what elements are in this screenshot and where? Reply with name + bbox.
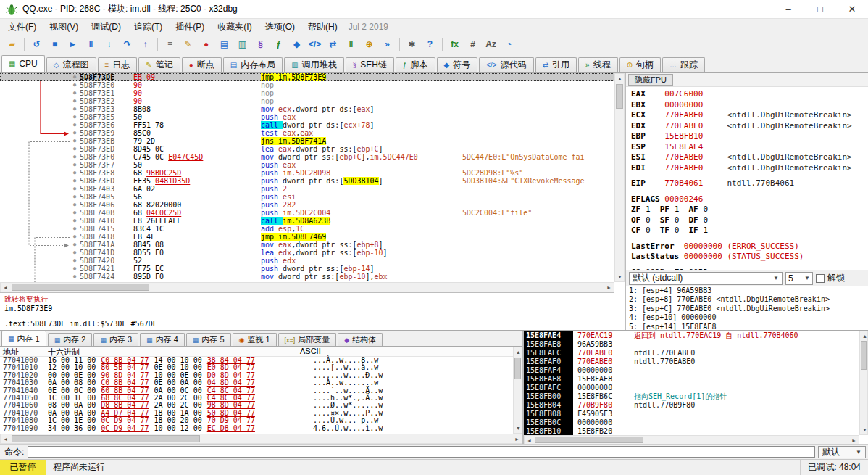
disasm-vertical-scrollbar[interactable]: ▲ ▼	[614, 73, 625, 282]
disasm-row[interactable]: ●5D8F73DEEB 09jmp im.5D8F73E9	[0, 73, 614, 81]
source-icon[interactable]: </>	[306, 36, 323, 52]
menu-item-options[interactable]: 选项(O)	[259, 19, 301, 36]
close-button[interactable]: ✕	[836, 0, 868, 19]
argument-row[interactable]: 3: [esp+C] 770EABE0 <ntdll.DbgUiRemoteBr…	[629, 305, 868, 313]
disassembly-pane[interactable]: ●5D8F73DEEB 09jmp im.5D8F73E9●5D8F73E090…	[0, 73, 625, 331]
menu-item-file[interactable]: 文件(F)	[1, 19, 43, 36]
disasm-row[interactable]: ●5D8F7421FF75 ECpush dword ptr ss:[ebp-1…	[0, 265, 614, 273]
maximize-button[interactable]: □	[804, 0, 836, 19]
tab-seh-chain[interactable]: §SEH链	[346, 57, 394, 72]
dump-row[interactable]: 7704109034 00 36 000C D9 04 7710 00 12 0…	[0, 425, 514, 432]
tab-threads[interactable]: »线程	[578, 57, 618, 72]
register-row[interactable]: ECX 770EABE0 <ntdll.DbgUiRemoteBreakin>	[631, 110, 868, 121]
disasm-row[interactable]: ●5D8F73E090nop	[0, 81, 614, 89]
breakpoint-dot[interactable]: ●	[70, 217, 80, 225]
disasm-row[interactable]: ●5D8F73E985C0test eax,eax	[0, 129, 614, 137]
tab-script[interactable]: ƒ脚本	[396, 57, 435, 72]
scroll-thumb[interactable]	[616, 84, 623, 109]
argument-row[interactable]: 1: [esp+4] 96A59BB3	[629, 286, 868, 295]
command-profile-select[interactable]: 默认 ▼	[818, 446, 866, 458]
breakpoint-dot[interactable]: ●	[70, 193, 80, 201]
disasm-row[interactable]: ●5D8F741D8D55 F0lea edx,dword ptr ss:[eb…	[0, 249, 614, 257]
tab-source[interactable]: </>源代码	[479, 57, 533, 72]
scroll-up-icon[interactable]: ▲	[860, 331, 868, 341]
tab-dump-3[interactable]: ▦内存 3	[93, 333, 138, 346]
tab-handles[interactable]: ⊕句柄	[619, 57, 661, 72]
stack-row[interactable]: 15E8FAE4770EAC19返回到 ntdll.770EAC19 自 ntd…	[524, 331, 859, 340]
tab-locals[interactable]: [x=]局部变量	[278, 333, 337, 346]
dump-horizontal-scrollbar[interactable]: ◄ ►	[0, 434, 522, 444]
stack-row[interactable]: 15E8FAF0770EABE0ntdll.770EABE0	[524, 358, 859, 366]
breakpoint-dot[interactable]: ●	[70, 105, 80, 113]
notes-icon[interactable]: ✎	[180, 36, 196, 52]
tab-dump-4[interactable]: ▦内存 4	[140, 333, 185, 346]
disasm-row[interactable]: ●5D8F74036A 02push 2	[0, 185, 614, 193]
stop-icon[interactable]: ■	[46, 36, 63, 52]
breakpoint-dot[interactable]: ●	[70, 225, 80, 233]
disasm-row[interactable]: ●5D8F742052push edx	[0, 257, 614, 265]
register-row[interactable]: LastError 00000000 (ERROR_SUCCESS)	[631, 241, 868, 252]
disasm-row[interactable]: ●5D8F7410E8 26EEFAFFcall im.5D8A623B	[0, 217, 614, 225]
register-row[interactable]: OF 0 SF 0 DF 0	[631, 215, 868, 226]
register-row[interactable]: EDX 770EABE0 <ntdll.DbgUiRemoteBreakin>	[631, 121, 868, 132]
breakpoint-dot[interactable]: ●	[70, 145, 80, 153]
scroll-thumb[interactable]	[12, 435, 200, 442]
scroll-down-icon[interactable]: ▼	[615, 272, 625, 281]
stack-row[interactable]: 15E8FB0015E8FB6C指向SEH_Record[1]的指针	[524, 392, 859, 401]
stack-row[interactable]: 15E8FAFC00000000	[524, 384, 859, 392]
breakpoints-icon[interactable]: ●	[198, 36, 214, 52]
breakpoint-dot[interactable]: ●	[70, 137, 80, 145]
call-stack-icon[interactable]: ▥	[234, 36, 251, 52]
log-icon[interactable]: ≡	[162, 36, 178, 52]
stack-pane[interactable]: 15E8FAE4770EAC19返回到 ntdll.770EAC19 自 ntd…	[524, 331, 868, 445]
stack-row[interactable]: 15E8FB04770B9F80ntdll.770B9F80	[524, 401, 859, 410]
stack-row[interactable]: 15E8FAE896A59BB3	[524, 340, 859, 349]
menu-item-view[interactable]: 视图(V)	[43, 19, 85, 36]
disasm-row[interactable]: ●5D8F73E550push eax	[0, 113, 614, 121]
breakpoint-dot[interactable]: ●	[70, 97, 80, 105]
run-icon[interactable]: ►	[64, 36, 81, 52]
scroll-left-icon[interactable]: ◄	[1, 434, 10, 444]
register-row[interactable]: EBX 00000000	[631, 100, 868, 111]
seh-chain-icon[interactable]: §	[252, 36, 269, 52]
scroll-left-icon[interactable]: ◄	[1, 283, 10, 292]
disasm-row[interactable]: ●5D8F73FDFF35 0481D35Dpush dword ptr ds:…	[0, 177, 614, 185]
tab-cpu[interactable]: ▦CPU	[1, 55, 45, 72]
step-out-icon[interactable]: ↑	[137, 36, 154, 52]
breakpoint-dot[interactable]: ●	[70, 81, 80, 89]
register-row[interactable]: EBP 15E8FB10	[631, 131, 868, 142]
breakpoint-dot[interactable]: ●	[70, 121, 80, 129]
scroll-thumb[interactable]	[12, 284, 149, 291]
dump-pane[interactable]: ▦内存 1▦内存 2▦内存 3▦内存 4▦内存 5◉监视 1[x=]局部变量◆结…	[0, 331, 524, 445]
disasm-row[interactable]: ●5D8F73F868 98BDC25Dpush im.5DC28D985DC2…	[0, 169, 614, 177]
handles-icon[interactable]: ⊕	[361, 36, 377, 52]
calling-convention-select[interactable]: 默认 (stdcall) ▼	[629, 272, 783, 285]
stack-row[interactable]: 15E8FB08F45905E3	[524, 410, 859, 418]
disasm-horizontal-scrollbar[interactable]: ◄ ►	[0, 282, 614, 292]
disasm-row[interactable]: ●5D8F73F0C745 0C E047C45Dmov dword ptr s…	[0, 153, 614, 161]
scroll-right-icon[interactable]: ►	[604, 283, 614, 292]
disasm-row[interactable]: ●5D8F73E38B08mov ecx,dword ptr ds:[eax]	[0, 105, 614, 113]
register-row[interactable]: EDI 770EABE0 <ntdll.DbgUiRemoteBreakin>	[631, 163, 868, 174]
register-row[interactable]: LastStatus 00000000 (STATUS_SUCCESS)	[631, 252, 868, 263]
tab-watch-1[interactable]: ◉监视 1	[233, 333, 277, 346]
open-file-icon[interactable]: ▰	[4, 36, 20, 52]
trace-toolbar-icon[interactable]: »	[379, 36, 396, 52]
breakpoint-dot[interactable]: ●	[70, 257, 80, 265]
argument-row[interactable]: 2: [esp+8] 770EABE0 <ntdll.DbgUiRemoteBr…	[629, 295, 868, 304]
step-over-icon[interactable]: ↷	[119, 36, 135, 52]
script-icon[interactable]: ƒ	[270, 36, 287, 52]
breakpoint-dot[interactable]: ●	[70, 113, 80, 121]
disasm-row[interactable]: ●5D8F7424895D F0mov dword ptr ss:[ebp-10…	[0, 273, 614, 281]
tab-dump-1[interactable]: ▦内存 1	[1, 331, 46, 346]
breakpoint-dot[interactable]: ●	[70, 249, 80, 257]
scroll-up-icon[interactable]: ▲	[514, 347, 523, 357]
menu-item-help[interactable]: 帮助(H)	[301, 19, 344, 36]
register-row[interactable]: CF 0 TF 0 IF 1	[631, 226, 868, 236]
disasm-row[interactable]: ●5D8F740556push esi	[0, 193, 614, 201]
register-row[interactable]: ZF 1 PF 1 AF 0	[631, 205, 868, 215]
scroll-thumb[interactable]	[861, 341, 867, 370]
tab-struct[interactable]: ◆结构体	[338, 333, 383, 346]
argument-row[interactable]: 4: [esp+10] 00000000	[629, 313, 868, 322]
unlock-checkbox[interactable]	[816, 274, 825, 283]
